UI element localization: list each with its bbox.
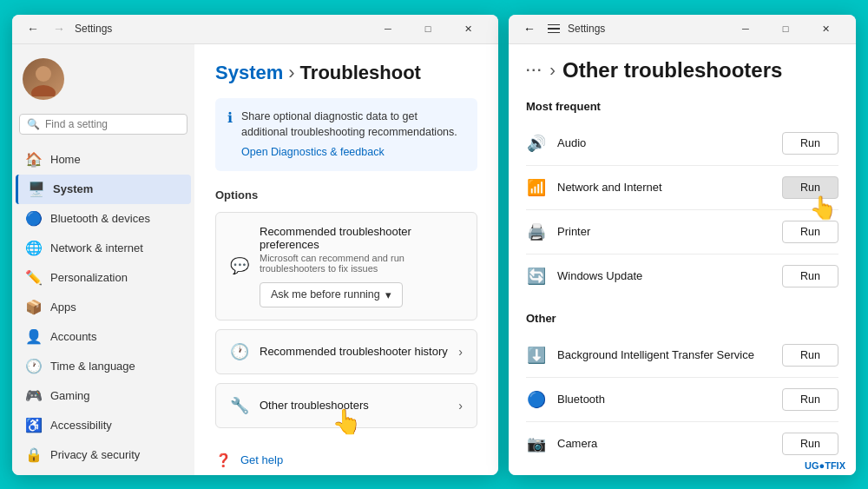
- right-back-button[interactable]: ←: [519, 18, 540, 39]
- right-close-button[interactable]: ✕: [806, 15, 845, 44]
- audio-run-button[interactable]: Run: [782, 132, 838, 155]
- right-settings-window: ← Settings ─ □ ✕ ··· › Other troubleshoo…: [509, 15, 856, 475]
- windows-update-run-button[interactable]: Run: [782, 265, 838, 287]
- left-settings-window: ← → Settings ─ □ ✕ 🔍 🏠: [12, 15, 498, 475]
- printer-run-button[interactable]: Run: [782, 221, 838, 243]
- right-page-heading: ··· › Other troubleshooters: [526, 58, 838, 83]
- sidebar: 🔍 🏠 Home 🖥️ System 🔵 Bluetooth & devices…: [12, 44, 194, 475]
- time-icon: 🕐: [26, 359, 42, 374]
- bluetooth-label: Bluetooth: [557, 393, 772, 406]
- sidebar-item-label: Accessibility: [50, 419, 112, 432]
- info-icon: ℹ: [227, 109, 233, 126]
- right-main-content: ··· › Other troubleshooters Most frequen…: [509, 44, 856, 475]
- options-label: Options: [215, 188, 477, 202]
- maximize-button[interactable]: □: [408, 15, 448, 44]
- most-frequent-section: Most frequent 🔊 Audio Run 📶 Network and …: [526, 100, 838, 298]
- bits-run-button[interactable]: Run: [782, 344, 838, 367]
- wrench-icon: 🔧: [230, 396, 249, 415]
- minimize-button[interactable]: ─: [368, 15, 408, 44]
- printer-troubleshooter-row: 🖨️ Printer Run: [526, 210, 838, 254]
- sidebar-item-label: Bluetooth & devices: [50, 212, 150, 225]
- sidebar-item-accessibility[interactable]: ♿ Accessibility: [16, 411, 191, 440]
- breadcrumb-separator: ›: [288, 62, 294, 84]
- left-title-bar: ← → Settings ─ □ ✕: [12, 15, 498, 44]
- diagnostics-link[interactable]: Open Diagnostics & feedback: [241, 144, 465, 161]
- left-content-area: 🔍 🏠 Home 🖥️ System 🔵 Bluetooth & devices…: [12, 44, 498, 475]
- card-content: Recommended troubleshooter preferences M…: [260, 225, 463, 307]
- get-help-link[interactable]: ❓ Get help: [215, 453, 477, 468]
- sidebar-item-label: Personalization: [50, 271, 128, 284]
- sidebar-item-bluetooth[interactable]: 🔵 Bluetooth & devices: [16, 204, 191, 234]
- bluetooth-ts-icon: 🔵: [526, 389, 547, 410]
- sidebar-item-label: Privacy & security: [50, 448, 140, 461]
- card-title: Other troubleshooters: [260, 399, 448, 412]
- sidebar-item-label: Gaming: [50, 389, 90, 402]
- network-label: Network and Internet: [557, 181, 772, 194]
- troubleshooter-history-card[interactable]: 🕐 Recommended troubleshooter history ›: [215, 329, 477, 374]
- audio-icon: 🔊: [526, 133, 547, 154]
- network-troubleshooter-row: 📶 Network and Internet Run 👆: [526, 166, 838, 210]
- search-box[interactable]: 🔍: [19, 114, 187, 135]
- card-title: Recommended troubleshooter preferences: [260, 225, 463, 251]
- breadcrumb-page: Troubleshoot: [300, 62, 421, 84]
- chevron-right-icon: ›: [458, 399, 463, 413]
- sidebar-item-apps[interactable]: 📦 Apps: [16, 293, 191, 322]
- sidebar-item-windows-update[interactable]: 🔄 Windows Update: [16, 470, 191, 475]
- right-heading-text: Other troubleshooters: [562, 58, 782, 83]
- windows-update-icon: 🔄: [526, 266, 547, 287]
- right-minimize-button[interactable]: ─: [726, 15, 766, 44]
- watermark: UG●TFIX: [801, 459, 849, 472]
- breadcrumb-sep-right: ›: [549, 60, 556, 80]
- troubleshooter-preferences-card[interactable]: 💬 Recommended troubleshooter preferences…: [215, 212, 477, 320]
- sidebar-item-network[interactable]: 🌐 Network & internet: [16, 234, 191, 263]
- right-maximize-button[interactable]: □: [766, 15, 806, 44]
- breadcrumb: System › Troubleshoot: [215, 62, 477, 84]
- left-window-controls: ─ □ ✕: [368, 15, 488, 44]
- camera-run-button[interactable]: Run: [782, 433, 838, 455]
- sidebar-item-home[interactable]: 🏠 Home: [16, 145, 191, 175]
- sidebar-item-system[interactable]: 🖥️ System: [16, 175, 191, 204]
- card-subtitle: Microsoft can recommend and run troubles…: [260, 253, 463, 274]
- home-icon: 🏠: [26, 152, 42, 168]
- camera-label: Camera: [557, 437, 772, 450]
- right-title-bar: ← Settings ─ □ ✕: [509, 15, 856, 44]
- sidebar-item-privacy[interactable]: 🔒 Privacy & security: [16, 440, 191, 470]
- sidebar-item-personalization[interactable]: ✏️ Personalization: [16, 263, 191, 293]
- chevron-down-icon: ▾: [385, 288, 391, 301]
- privacy-icon: 🔒: [26, 447, 42, 463]
- sidebar-item-accounts[interactable]: 👤 Accounts: [16, 322, 191, 352]
- breadcrumb-system[interactable]: System: [215, 62, 283, 84]
- windows-update-troubleshooter-row: 🔄 Windows Update Run: [526, 254, 838, 298]
- audio-label: Audio: [557, 136, 772, 149]
- left-nav-controls: ← →: [23, 18, 69, 39]
- sidebar-item-label: Network & internet: [50, 241, 143, 254]
- most-frequent-label: Most frequent: [526, 100, 838, 113]
- link-label: Get help: [240, 453, 283, 466]
- card-content: Recommended troubleshooter history: [260, 345, 448, 358]
- bits-troubleshooter-row: ⬇️ Background Intelligent Transfer Servi…: [526, 334, 838, 378]
- hamburger-menu[interactable]: [545, 22, 562, 36]
- bluetooth-run-button[interactable]: Run: [782, 388, 838, 411]
- camera-troubleshooter-row: 📷 Camera Run: [526, 422, 838, 466]
- personalization-icon: ✏️: [26, 270, 42, 286]
- gaming-icon: 🎮: [26, 388, 42, 404]
- left-back-button[interactable]: ←: [23, 18, 43, 39]
- sidebar-item-gaming[interactable]: 🎮 Gaming: [16, 381, 191, 411]
- dots-icon: ···: [526, 63, 542, 78]
- network-wifi-icon: 📶: [526, 177, 547, 198]
- close-button[interactable]: ✕: [448, 15, 488, 44]
- main-content: System › Troubleshoot ℹ Share optional d…: [194, 44, 498, 475]
- troubleshooter-dropdown[interactable]: Ask me before running ▾: [260, 282, 403, 307]
- windows-update-label: Windows Update: [557, 269, 772, 282]
- other-label: Other: [526, 312, 838, 325]
- info-box: ℹ Share optional diagnostic data to get …: [215, 98, 477, 171]
- sidebar-item-time[interactable]: 🕐 Time & language: [16, 352, 191, 381]
- chat-icon: 💬: [230, 256, 249, 275]
- search-input[interactable]: [45, 118, 180, 130]
- accounts-icon: 👤: [26, 329, 42, 345]
- left-forward-button[interactable]: →: [49, 18, 69, 39]
- other-troubleshooters-card[interactable]: 🔧 Other troubleshooters › 👆: [215, 383, 477, 428]
- bits-label: Background Intelligent Transfer Service: [557, 348, 772, 361]
- network-run-button[interactable]: Run: [782, 176, 838, 199]
- right-window-title: Settings: [568, 23, 605, 35]
